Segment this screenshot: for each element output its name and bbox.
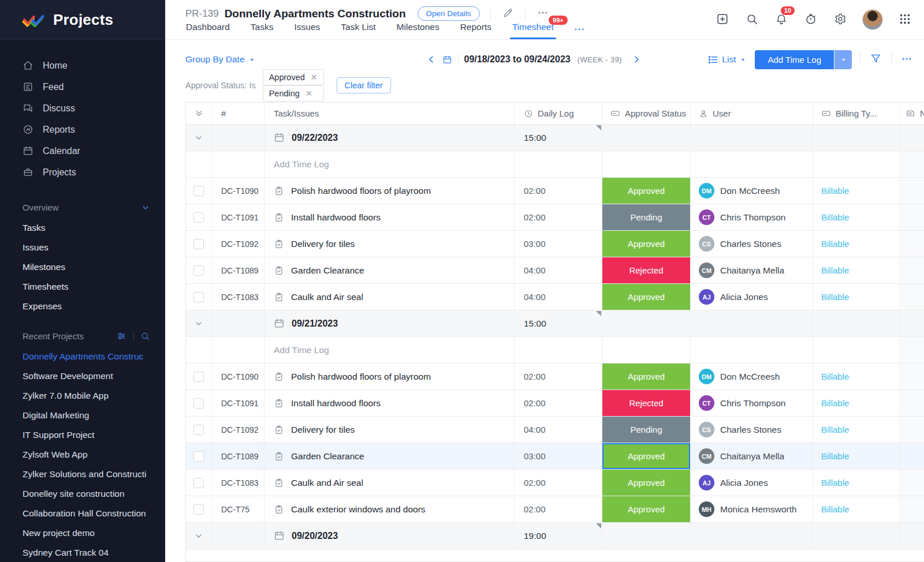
app-logo[interactable]: Projects: [0, 0, 165, 40]
notifications-button[interactable]: 10: [774, 12, 789, 28]
status-badge[interactable]: Approved: [602, 496, 690, 522]
tab-milestones[interactable]: Milestones: [397, 22, 439, 39]
task-name[interactable]: Caulk and Air seal: [291, 478, 363, 488]
sidebar-item-tasks[interactable]: Tasks: [0, 218, 165, 238]
status-badge[interactable]: Approved: [602, 364, 690, 389]
user-avatar[interactable]: [862, 9, 883, 30]
tab-reports[interactable]: Reports: [460, 22, 491, 39]
row-checkbox[interactable]: [193, 478, 204, 488]
row-checkbox[interactable]: [193, 212, 204, 223]
recent-project-item[interactable]: Collaboration Hall Construction: [0, 504, 165, 523]
toolbar-more-button[interactable]: [900, 52, 914, 68]
clear-filter-button[interactable]: Clear filter: [337, 77, 391, 93]
status-badge[interactable]: Pending: [602, 204, 690, 230]
billing-type[interactable]: Billable: [821, 265, 849, 275]
column-header[interactable]: No: [900, 103, 924, 124]
tab-issues[interactable]: Issues: [294, 22, 320, 39]
chevron-left-icon[interactable]: [426, 54, 437, 65]
chevron-right-icon[interactable]: [631, 54, 642, 65]
column-header[interactable]: Daily Log: [515, 103, 602, 124]
column-header[interactable]: Billing Ty...: [813, 103, 900, 124]
billing-type[interactable]: Billable: [821, 425, 849, 434]
settings-button[interactable]: [833, 12, 848, 28]
task-name[interactable]: Caulk exterior windows and doors: [291, 504, 426, 515]
sidebar-item-expenses[interactable]: Expenses: [0, 297, 165, 316]
tab-more[interactable]: ...: [575, 22, 586, 39]
row-checkbox[interactable]: [193, 451, 204, 462]
task-name[interactable]: Caulk and Air seal: [291, 292, 363, 302]
tab-tasks[interactable]: Tasks: [251, 22, 274, 39]
recent-project-item[interactable]: New project demo: [0, 523, 165, 543]
open-details-button[interactable]: Open Details: [418, 6, 480, 21]
add-time-log-button[interactable]: Add Time Log: [755, 50, 834, 69]
task-name[interactable]: Delivery for tiles: [291, 239, 355, 249]
sidebar-item-home[interactable]: Home: [0, 55, 165, 76]
tab-task-list[interactable]: Task List: [341, 22, 375, 39]
billing-type[interactable]: Billable: [821, 372, 849, 381]
task-name[interactable]: Polish hardwood floors of playroom: [291, 186, 431, 196]
group-collapse-cell[interactable]: [186, 523, 212, 549]
overview-header[interactable]: Overview: [0, 197, 165, 218]
billing-type[interactable]: Billable: [821, 239, 849, 249]
row-checkbox[interactable]: [193, 292, 204, 302]
chip-remove-icon[interactable]: ✕: [305, 89, 312, 98]
sidebar-item-projects[interactable]: Projects: [0, 162, 165, 183]
task-name[interactable]: Polish hardwood floors of playroom: [291, 372, 431, 382]
row-checkbox[interactable]: [193, 239, 204, 249]
column-header[interactable]: User: [691, 103, 813, 124]
chip-remove-icon[interactable]: ✕: [311, 73, 318, 82]
status-badge[interactable]: Rejected: [602, 257, 690, 283]
task-name[interactable]: Install hardwood floors: [291, 398, 381, 409]
sidebar-item-issues[interactable]: Issues: [0, 238, 165, 257]
filter-button[interactable]: [869, 51, 883, 68]
status-badge[interactable]: Approved: [602, 470, 690, 496]
column-header[interactable]: Task/Issues: [264, 103, 515, 124]
billing-type[interactable]: Billable: [821, 212, 849, 222]
project-more-button[interactable]: [536, 6, 550, 21]
recent-project-item[interactable]: IT Support Project: [0, 425, 165, 445]
billing-type[interactable]: Billable: [821, 186, 849, 196]
add-time-log-inline[interactable]: Add Time Log: [264, 151, 515, 177]
status-badge[interactable]: Approved: [602, 231, 690, 257]
row-checkbox[interactable]: [193, 398, 204, 409]
billing-type[interactable]: Billable: [821, 478, 849, 488]
filter-sliders-icon[interactable]: [117, 331, 126, 341]
task-name[interactable]: Install hardwood floors: [291, 212, 381, 223]
timer-button[interactable]: [803, 12, 818, 28]
group-collapse-cell[interactable]: [186, 125, 212, 151]
task-name[interactable]: Garden Clearance: [291, 265, 364, 276]
recent-project-item[interactable]: Zylker Solutions and Constructi: [0, 464, 165, 484]
view-selector[interactable]: List: [707, 54, 747, 65]
group-collapse-cell[interactable]: [186, 310, 212, 336]
status-badge[interactable]: Rejected: [602, 390, 690, 416]
status-badge[interactable]: Pending: [602, 417, 690, 443]
edit-project-button[interactable]: [501, 6, 515, 21]
column-header[interactable]: #: [212, 103, 264, 124]
recent-project-item[interactable]: Sydney Cart Track 04: [0, 543, 165, 562]
recent-project-item[interactable]: Donelley site construction: [0, 484, 165, 504]
task-name[interactable]: Garden Clearance: [291, 451, 364, 462]
recent-project-item[interactable]: Digital Marketing: [0, 406, 165, 425]
group-by-dropdown[interactable]: Group By Date: [185, 54, 256, 65]
recent-project-item[interactable]: Software Development: [0, 366, 165, 386]
column-header[interactable]: Approval Status: [602, 103, 691, 124]
task-name[interactable]: Delivery for tiles: [291, 425, 355, 435]
row-checkbox[interactable]: [193, 425, 204, 435]
row-checkbox[interactable]: [193, 372, 204, 382]
tab-timesheet[interactable]: Timesheet99+: [512, 22, 554, 39]
expand-all-cell[interactable]: [186, 103, 212, 124]
status-badge[interactable]: Approved: [602, 443, 690, 469]
add-time-log-dropdown[interactable]: [834, 50, 852, 69]
quick-add-button[interactable]: [715, 12, 730, 28]
row-checkbox[interactable]: [193, 504, 204, 515]
sidebar-item-milestones[interactable]: Milestones: [0, 257, 165, 277]
billing-type[interactable]: Billable: [821, 504, 849, 514]
global-search-button[interactable]: [744, 12, 759, 28]
add-time-log-inline[interactable]: Add Time Log: [264, 337, 515, 363]
billing-type[interactable]: Billable: [821, 451, 849, 461]
status-badge[interactable]: Approved: [602, 284, 690, 310]
billing-type[interactable]: Billable: [821, 398, 849, 408]
sidebar-item-reports[interactable]: Reports: [0, 119, 165, 140]
search-projects-icon[interactable]: [140, 331, 150, 341]
row-checkbox[interactable]: [193, 265, 204, 276]
